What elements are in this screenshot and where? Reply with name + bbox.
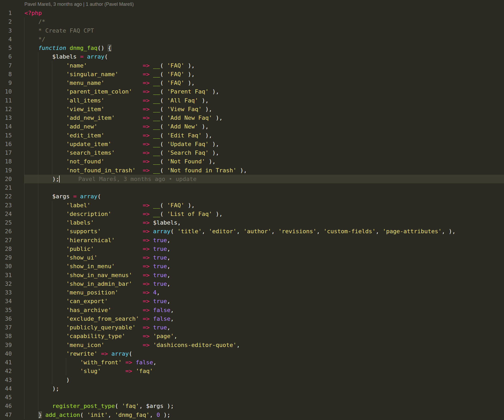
code-line-37[interactable]: 37 'publicly_queryable' => true, [0, 323, 504, 332]
code-line-26[interactable]: 26 'supports' => array( 'title', 'editor… [0, 227, 504, 236]
code-token [111, 307, 143, 313]
code-token [132, 368, 136, 374]
inline-blame-annotation[interactable]: Pavel Mareš, 3 months ago • update [78, 175, 196, 183]
line-content[interactable]: function dnmg_faq() { [12, 44, 504, 52]
code-line-6[interactable]: 6 $labels = array( [0, 52, 504, 61]
line-content[interactable]: 'show_in_nav_menus' => true, [12, 271, 504, 279]
line-content[interactable]: 'update_item' => __( 'Update Faq' ), [12, 140, 504, 148]
code-line-14[interactable]: 14 'add_new' => __( 'Add New' ), [0, 122, 504, 131]
code-line-39[interactable]: 39 'menu_icon' => 'dashicons-editor-quot… [0, 341, 504, 349]
code-line-10[interactable]: 10 'parent_item_colon' => __( 'Parent Fa… [0, 87, 504, 96]
line-content[interactable]: 'show_ui' => true, [12, 253, 504, 262]
line-content[interactable]: 'rewrite' => array( [12, 349, 504, 358]
line-content[interactable]: 'label' => __( 'FAQ' ), [12, 201, 504, 210]
line-content[interactable]: 'slug' => 'faq' [12, 367, 504, 375]
line-content[interactable]: 'capability_type' => 'page', [12, 332, 504, 340]
line-content[interactable]: ) [12, 376, 504, 384]
code-token: 'not_found' [66, 158, 104, 165]
code-line-41[interactable]: 41 'with_front' => false, [0, 358, 504, 367]
line-content[interactable]: 'not_found' => __( 'Not Found' ), [12, 157, 504, 166]
code-line-43[interactable]: 43 ) [0, 376, 504, 384]
line-content[interactable]: 'menu_position' => 4, [12, 288, 504, 297]
code-line-5[interactable]: 5 function dnmg_faq() { [0, 44, 504, 52]
code-line-11[interactable]: 11 'all_items' => __( 'All Faq' ), [0, 96, 504, 105]
line-content[interactable]: 'search_items' => __( 'Search Faq' ), [12, 148, 504, 157]
code-line-21[interactable]: 21 [0, 183, 504, 192]
code-line-9[interactable]: 9 'menu_name' => __( 'FAQ' ), [0, 79, 504, 87]
line-content[interactable]: 'add_new_item' => __( 'Add New Faq' ), [12, 113, 504, 122]
code-line-33[interactable]: 33 'menu_position' => 4, [0, 288, 504, 297]
line-content[interactable]: <?php [12, 9, 504, 17]
code-line-31[interactable]: 31 'show_in_nav_menus' => true, [0, 271, 504, 279]
line-content[interactable] [12, 393, 504, 402]
line-content[interactable]: $args = array( [12, 192, 504, 201]
line-content[interactable]: 'parent_item_colon' => __( 'Parent Faq' … [12, 87, 504, 96]
line-content[interactable]: * Create FAQ CPT [12, 26, 504, 35]
line-content[interactable]: 'can_export' => true, [12, 297, 504, 305]
code-line-35[interactable]: 35 'has_archive' => false, [0, 306, 504, 314]
code-line-42[interactable]: 42 'slug' => 'faq' [0, 367, 504, 375]
line-content[interactable]: 'publicly_queryable' => true, [12, 323, 504, 332]
code-token: () [97, 45, 108, 51]
code-line-25[interactable]: 25 'labels' => $labels, [0, 218, 504, 227]
line-content[interactable]: 'all_items' => __( 'All Faq' ), [12, 96, 504, 105]
line-content[interactable]: 'singular_name' => __( 'FAQ' ), [12, 70, 504, 79]
code-line-30[interactable]: 30 'show_in_menu' => true, [0, 262, 504, 271]
line-content[interactable]: 'menu_name' => __( 'FAQ' ), [12, 79, 504, 87]
code-line-46[interactable]: 46 register_post_type( 'faq', $args ); [0, 402, 504, 410]
line-content[interactable] [12, 183, 504, 192]
code-line-28[interactable]: 28 'public' => true, [0, 245, 504, 253]
code-line-3[interactable]: 3 * Create FAQ CPT [0, 26, 504, 35]
line-number: 24 [0, 210, 12, 218]
line-content[interactable]: 'view_item' => __( 'View Faq' ), [12, 105, 504, 113]
code-line-16[interactable]: 16 'update_item' => __( 'Update Faq' ), [0, 140, 504, 148]
code-line-12[interactable]: 12 'view_item' => __( 'View Faq' ), [0, 105, 504, 113]
code-line-44[interactable]: 44 ); [0, 384, 504, 393]
line-content[interactable]: register_post_type( 'faq', $args ); [12, 402, 504, 410]
line-content[interactable]: 'public' => true, [12, 245, 504, 253]
line-content[interactable]: ); [12, 384, 504, 393]
line-content[interactable]: 'exclude_from_search' => false, [12, 314, 504, 323]
code-line-17[interactable]: 17 'search_items' => __( 'Search Faq' ), [0, 148, 504, 157]
line-content[interactable]: 'show_in_menu' => true, [12, 262, 504, 271]
code-line-29[interactable]: 29 'show_ui' => true, [0, 253, 504, 262]
line-content[interactable]: 'description' => __( 'List of Faq' ), [12, 210, 504, 218]
line-content[interactable]: 'with_front' => false, [12, 358, 504, 367]
line-content[interactable]: 'has_archive' => false, [12, 306, 504, 314]
code-line-27[interactable]: 27 'hierarchical' => true, [0, 236, 504, 245]
git-blame-header[interactable]: Pavel Mareš, 3 months ago | 1 author (Pa… [0, 0, 504, 9]
line-content[interactable]: 'hierarchical' => true, [12, 236, 504, 245]
line-content[interactable]: */ [12, 35, 504, 44]
line-content[interactable]: } add_action( 'init', 'dnmg_faq', 0 ); [12, 411, 504, 419]
line-content[interactable]: $labels = array( [12, 52, 504, 61]
code-line-19[interactable]: 19 'not_found_in_trash' => __( 'Not foun… [0, 166, 504, 175]
code-line-40[interactable]: 40 'rewrite' => array( [0, 349, 504, 358]
line-content[interactable]: 'not_found_in_trash' => __( 'Not found i… [12, 166, 504, 175]
line-content[interactable]: 'edit_item' => __( 'Edit Faq' ), [12, 131, 504, 140]
code-line-24[interactable]: 24 'description' => __( 'List of Faq' ), [0, 210, 504, 218]
line-content[interactable]: 'show_in_admin_bar' => true, [12, 279, 504, 288]
code-line-1[interactable]: 1<?php [0, 9, 504, 17]
code-line-34[interactable]: 34 'can_export' => true, [0, 297, 504, 305]
code-line-32[interactable]: 32 'show_in_admin_bar' => true, [0, 279, 504, 288]
code-line-4[interactable]: 4 */ [0, 35, 504, 44]
code-line-15[interactable]: 15 'edit_item' => __( 'Edit Faq' ), [0, 131, 504, 140]
code-line-18[interactable]: 18 'not_found' => __( 'Not Found' ), [0, 157, 504, 166]
code-line-38[interactable]: 38 'capability_type' => 'page', [0, 332, 504, 340]
line-content[interactable]: 'supports' => array( 'title', 'editor', … [12, 227, 504, 236]
code-line-20[interactable]: 20 );Pavel Mareš, 3 months ago • update [0, 175, 504, 183]
line-content[interactable]: 'menu_icon' => 'dashicons-editor-quote', [12, 341, 504, 349]
code-line-22[interactable]: 22 $args = array( [0, 192, 504, 201]
line-content[interactable]: 'add_new' => __( 'Add New' ), [12, 122, 504, 131]
code-line-13[interactable]: 13 'add_new_item' => __( 'Add New Faq' )… [0, 113, 504, 122]
code-line-36[interactable]: 36 'exclude_from_search' => false, [0, 314, 504, 323]
line-content[interactable]: 'name' => __( 'FAQ' ), [12, 61, 504, 70]
line-content[interactable]: 'labels' => $labels, [12, 218, 504, 227]
code-line-7[interactable]: 7 'name' => __( 'FAQ' ), [0, 61, 504, 70]
code-line-2[interactable]: 2 /* [0, 17, 504, 26]
code-line-47[interactable]: 47 } add_action( 'init', 'dnmg_faq', 0 )… [0, 411, 504, 419]
code-line-45[interactable]: 45 [0, 393, 504, 402]
line-content[interactable]: /* [12, 17, 504, 26]
code-line-23[interactable]: 23 'label' => __( 'FAQ' ), [0, 201, 504, 210]
code-line-8[interactable]: 8 'singular_name' => __( 'FAQ' ), [0, 70, 504, 79]
